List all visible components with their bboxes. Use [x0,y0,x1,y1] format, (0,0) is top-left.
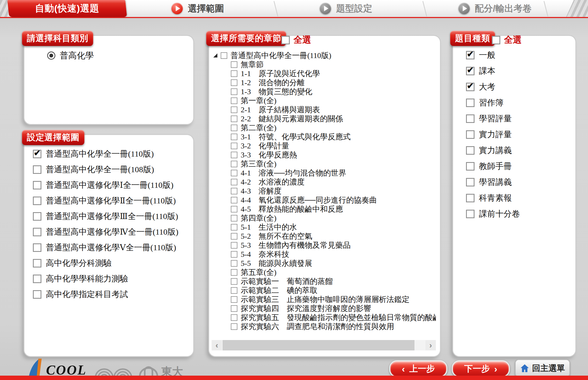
scope-list-item[interactable]: 普通型高中選修化學Ⅴ全一冊(110版) [33,240,178,255]
chapter-row-checkbox[interactable] [231,305,237,312]
chapter-tree-row[interactable]: 5-3 生物體內有機物及常見藥品 [231,241,436,250]
chapter-tree-row[interactable]: 5-5 能源與永續發展 [231,259,436,268]
tree-expand-icon[interactable] [213,53,217,57]
chapter-tree-row[interactable]: 4-5 釋放熱能的酸鹼中和反應 [231,205,436,214]
chapter-row-checkbox[interactable] [231,152,237,158]
chapter-tree-row[interactable]: 1-2 混合物的分離 [231,78,436,87]
chapter-row-checkbox[interactable] [231,197,237,203]
chapter-tree-row[interactable]: 3-2 化學計量 [231,141,436,150]
scope-item-checkbox[interactable] [33,165,41,174]
chapter-row-checkbox[interactable] [231,125,237,131]
scrollbar-thumb[interactable] [223,340,414,350]
question-type-item[interactable]: 實力評量 [466,126,520,142]
subject-radio[interactable] [47,51,55,60]
chapter-tree-row[interactable]: 第一章(全) [231,96,436,105]
chapter-tree-row[interactable]: 1-3 物質三態的變化 [231,87,436,96]
scope-list-item[interactable]: 高中化學學科能力測驗 [33,271,178,287]
chapter-row-checkbox[interactable] [231,233,237,240]
scope-list-item[interactable]: 普通型高中化學全一冊(110版) [33,146,178,162]
question-type-item[interactable]: 課前十分卷 [466,206,520,222]
question-type-checkbox[interactable] [466,178,475,186]
question-type-item[interactable]: 學習評量 [466,111,520,126]
question-type-item[interactable]: 一般 [466,47,520,63]
chapter-tree-row[interactable]: 3-1 符號、化學式與化學反應式 [231,132,436,141]
tab-score-output[interactable]: 配分/輸出考卷 [458,0,532,17]
chapter-row-checkbox[interactable] [231,215,237,221]
prev-step-button[interactable]: ‹ 上一步 [389,360,447,377]
chapter-row-checkbox[interactable] [231,224,237,231]
question-type-checkbox[interactable] [466,210,475,218]
chapter-row-checkbox[interactable] [231,134,237,140]
chapter-row-checkbox[interactable] [231,170,237,176]
chapter-tree-row[interactable]: 示範實驗二 碘的萃取 [231,286,436,295]
chapter-tree-row[interactable]: 2-2 鍵結與元素週期表的關係 [231,114,436,123]
chapter-row-checkbox[interactable] [231,79,237,86]
scope-item-checkbox[interactable] [33,212,41,221]
subject-radio-row[interactable]: 普高化學 [47,50,94,61]
scope-list-item[interactable]: 普通型高中選修化學Ⅰ全一冊(110版) [33,177,178,193]
chapter-row-checkbox[interactable] [231,70,237,77]
chapter-row-checkbox[interactable] [231,206,237,212]
chapter-tree-row[interactable]: 3-3 化學反應熱 [231,150,436,159]
chapter-tree-row[interactable]: 1-1 原子說與近代化學 [231,69,436,78]
question-type-checkbox[interactable] [466,51,475,59]
tab-question-type-settings[interactable]: 題型設定 [320,0,372,17]
question-type-checkbox[interactable] [466,162,475,171]
question-type-checkbox[interactable] [466,99,475,107]
question-type-item[interactable]: 大考 [466,79,520,95]
chapter-tree-row[interactable]: 5-4 奈米科技 [231,250,436,259]
chapter-tree-row[interactable]: 5-1 生活中的水 [231,223,436,232]
question-type-item[interactable]: 學習講義 [466,174,520,190]
chapter-tree-row[interactable]: 探究實驗四 探究溫度對溶解度的影響 [231,304,436,313]
chapter-row-checkbox[interactable] [231,88,237,95]
scope-list-item[interactable]: 普通型高中選修化學Ⅳ全一冊(110版) [33,224,178,240]
scroll-right-button[interactable]: › [425,340,436,350]
chapter-tree-row[interactable]: 2-1 原子結構與週期表 [231,105,436,114]
chapter-tree-row[interactable]: 第四章(全) [231,214,436,223]
scope-item-checkbox[interactable] [33,228,41,236]
chapter-row-checkbox[interactable] [231,143,237,149]
chapter-tree-row[interactable]: 探究實驗六 調查肥皂和清潔劑的性質與效用 [231,322,436,331]
chapter-row-checkbox[interactable] [231,287,237,294]
chapter-row-checkbox[interactable] [231,61,237,68]
question-type-checkbox[interactable] [466,83,475,91]
chapter-row-checkbox[interactable] [231,323,237,330]
question-type-item[interactable]: 課本 [466,63,520,79]
question-type-checkbox[interactable] [466,146,475,155]
tab-select-range[interactable]: 選擇範圍 [171,0,224,17]
chapter-row-checkbox[interactable] [231,179,237,185]
chapter-row-checkbox[interactable] [231,260,237,267]
chapter-tree-row[interactable]: 無章節 [231,60,436,69]
scope-list-item[interactable]: 高中化學指定科目考試 [33,287,178,302]
scope-item-checkbox[interactable] [33,290,41,299]
chapter-row-checkbox[interactable] [231,97,237,104]
chapter-tree-row[interactable]: 4-3 溶解度 [231,186,436,195]
scope-item-checkbox[interactable] [33,275,41,283]
chapter-row-checkbox[interactable] [231,106,237,113]
chapter-row-checkbox[interactable] [231,296,237,303]
chapter-tree-row[interactable]: 4-2 水溶液的濃度 [231,177,436,186]
chapter-row-checkbox[interactable] [231,242,237,249]
scope-list-item[interactable]: 普通型高中選修化學Ⅱ全一冊(110版) [33,193,178,209]
type-select-all-checkbox[interactable] [492,36,500,44]
scope-list-item[interactable]: 普通型高中選修化學Ⅲ全一冊(110版) [33,209,178,224]
question-type-checkbox[interactable] [466,114,475,123]
question-type-checkbox[interactable] [466,194,475,202]
chapter-tree-row[interactable]: 4-4 氧化還原反應──同步進行的協奏曲 [231,195,436,205]
scope-item-checkbox[interactable] [33,181,41,189]
question-type-item[interactable]: 習作簿 [466,95,520,111]
chapter-tree-row[interactable]: 第五章(全) [231,268,436,277]
question-type-checkbox[interactable] [466,67,475,75]
scope-item-checkbox[interactable] [33,150,41,158]
chapter-horizontal-scrollbar[interactable]: ‹ › [212,340,436,350]
chapter-tree-row[interactable]: 5-2 無所不在的空氣 [231,232,436,241]
chapter-row-checkbox[interactable] [231,188,237,194]
question-type-item[interactable]: 教師手冊 [466,158,520,174]
scope-list-item[interactable]: 高中化學分科測驗 [33,255,178,271]
chapter-select-all-checkbox[interactable] [281,36,290,44]
scope-item-checkbox[interactable] [33,259,41,267]
chapter-root-checkbox[interactable] [221,52,227,59]
question-type-checkbox[interactable] [466,130,475,139]
chapter-row-checkbox[interactable] [231,269,237,276]
chapter-row-checkbox[interactable] [231,251,237,258]
